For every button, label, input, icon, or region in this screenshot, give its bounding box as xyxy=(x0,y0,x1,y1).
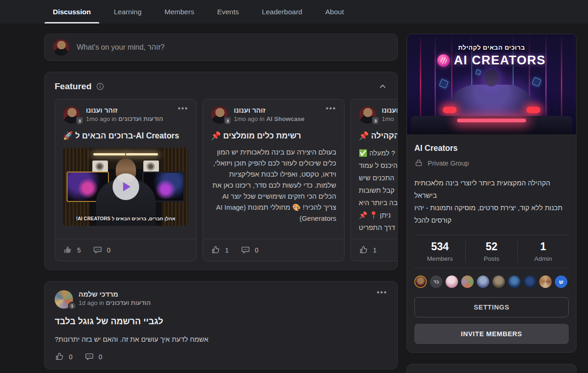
author-name[interactable]: זוהר וענונו xyxy=(234,106,305,114)
member-avatar[interactable] xyxy=(477,275,489,288)
stat-posts[interactable]: 52 Posts xyxy=(465,241,517,262)
level-badge: 3 xyxy=(76,116,84,125)
lock-icon xyxy=(414,159,423,167)
privacy-label: Private Group xyxy=(428,160,469,167)
member-avatar[interactable] xyxy=(414,275,427,288)
channel-name: הודעות ועדכונים xyxy=(119,115,164,122)
post-body: ✅ למעלה ? היכנס ל עמוד התכנים שיש קבל תש… xyxy=(359,147,398,234)
video-thumbnail[interactable]: אהלן חברים, ברוכים הבאים ל AI CREATORS! xyxy=(63,148,188,226)
member-avatars-row: בד ש xyxy=(407,268,576,290)
level-badge: 3 xyxy=(224,116,232,125)
author-name[interactable]: זוהר וענונו xyxy=(382,106,398,114)
more-options-icon[interactable]: ••• xyxy=(377,290,387,295)
post-meta: 1mo ago in AI Showcase xyxy=(234,115,305,122)
featured-card-welcome[interactable]: 3 זוהר וענונו 1mo ago in הודעות ועדכונים… xyxy=(55,99,197,261)
post-composer[interactable]: What's on your mind, זוהר? xyxy=(44,34,398,61)
comment-button[interactable]: 0 xyxy=(85,352,102,362)
member-avatar[interactable] xyxy=(508,275,520,288)
comment-icon xyxy=(93,245,102,255)
current-user-avatar[interactable] xyxy=(53,39,69,56)
post-title[interactable]: 📌 חוקי הקהילה xyxy=(359,131,398,141)
author-name[interactable]: זוהר וענונו xyxy=(86,106,163,114)
cover-brand-text: AI CREATORS xyxy=(454,53,546,68)
member-avatar-initials[interactable]: בד xyxy=(430,275,442,288)
post-title[interactable]: לגביי הרשמה של גוגל בלבד xyxy=(55,316,387,327)
level-badge: 3 xyxy=(372,116,379,125)
author-avatar[interactable]: 3 xyxy=(211,106,228,124)
post-title[interactable]: 🚀 ברוכים הבאים ל-AI Creators xyxy=(63,131,188,141)
stat-members[interactable]: 534 Members xyxy=(414,241,465,262)
settings-button[interactable]: SETTINGS xyxy=(414,297,569,317)
top-nav: Discussion Learning Members Events Leade… xyxy=(0,0,588,23)
info-icon[interactable] xyxy=(96,82,104,91)
tab-about[interactable]: About xyxy=(317,0,352,23)
more-options-icon[interactable]: ••• xyxy=(178,106,188,111)
author-avatar[interactable]: 1 xyxy=(55,290,73,309)
thumb-speaker xyxy=(143,161,159,172)
comment-icon xyxy=(85,352,94,362)
stat-admin[interactable]: 1 Admin xyxy=(517,241,569,262)
group-info-card: ברוכים הבאים לקהילת AI CREATORS AI Creat… xyxy=(407,34,577,353)
post-body: אשמח לדעת איך עושים את זה. והאם יש בזה י… xyxy=(55,335,387,343)
feed-post[interactable]: 1 מרדכי שלמה 1d ago in הודעות ועדכונים •… xyxy=(44,281,398,369)
post-body: בעולם היצירה עם בינה מלאכותית יש המון כל… xyxy=(211,147,336,224)
tab-events[interactable]: Events xyxy=(209,0,247,23)
member-avatar[interactable] xyxy=(492,275,505,288)
featured-heading: Featured xyxy=(55,81,91,92)
tab-discussion[interactable]: Discussion xyxy=(45,0,99,23)
member-avatar[interactable] xyxy=(539,275,552,288)
group-name: AI Creators xyxy=(414,143,569,153)
cover-welcome-text: ברוכים הבאים לקהילת xyxy=(407,44,576,51)
post-meta: 1mo xyxy=(382,115,398,122)
post-meta: 1mo ago in הודעות ועדכונים xyxy=(86,115,163,122)
tab-members[interactable]: Members xyxy=(156,0,203,23)
thumbs-up-icon xyxy=(211,245,220,255)
more-options-icon[interactable]: ••• xyxy=(326,106,336,111)
tab-leaderboard[interactable]: Leaderboard xyxy=(254,0,311,23)
composer-placeholder: What's on your mind, זוהר? xyxy=(77,43,164,52)
leaderboard-card: Leaderboard (30-days) xyxy=(407,364,577,373)
video-caption: אהלן חברים, ברוכים הבאים ל AI CREATORS! xyxy=(63,216,188,221)
thumbs-up-icon xyxy=(55,352,64,362)
comment-icon xyxy=(241,245,250,255)
post-meta: 1d ago in הודעות ועדכונים xyxy=(79,299,151,306)
author-avatar[interactable]: 3 xyxy=(359,106,376,124)
group-cover-image: ברוכים הבאים לקהילת AI CREATORS xyxy=(407,34,576,134)
level-badge: 1 xyxy=(68,302,76,310)
thumbs-up-filled-icon xyxy=(63,245,73,255)
like-button[interactable]: 1 xyxy=(359,245,377,255)
author-name[interactable]: מרדכי שלמה xyxy=(79,290,151,298)
featured-card-rules[interactable]: 3 זוהר וענונו 1mo ••• 📌 חוקי הקהילה ✅ למ… xyxy=(351,99,398,261)
invite-members-button[interactable]: INVITE MEMBERS xyxy=(414,324,569,344)
channel-name: הודעות ועדכונים xyxy=(106,299,151,306)
group-sidebar: ברוכים הבאים לקהילת AI CREATORS AI Creat… xyxy=(407,34,577,373)
brain-logo-icon xyxy=(437,54,450,67)
featured-cards-row: 3 זוהר וענונו 1mo ago in הודעות ועדכונים… xyxy=(55,99,397,261)
member-avatar[interactable] xyxy=(446,275,458,288)
featured-card-tools[interactable]: 3 זוהר וענונו 1mo ago in AI Showcase •••… xyxy=(203,99,345,261)
post-title[interactable]: 📌 רשימת כלים מומלצים xyxy=(211,131,336,141)
thumbs-up-icon xyxy=(359,245,368,255)
member-avatar-initials[interactable]: ש xyxy=(555,275,567,288)
like-button[interactable]: 5 xyxy=(63,245,81,255)
author-avatar[interactable]: 3 xyxy=(63,106,80,124)
chevron-up-icon[interactable] xyxy=(378,82,387,91)
thumb-light xyxy=(93,153,125,155)
group-description: הקהילה המקצועית ביותר ליוצרי בינה מלאכות… xyxy=(414,177,569,226)
group-stats: 534 Members 52 Posts 1 Admin xyxy=(414,235,569,268)
tab-learning[interactable]: Learning xyxy=(106,0,150,23)
channel-name: AI Showcase xyxy=(266,115,305,122)
comment-button[interactable]: 0 xyxy=(93,245,111,255)
thumb-speaker xyxy=(92,161,108,172)
like-button[interactable]: 1 xyxy=(211,245,229,255)
like-button[interactable]: 0 xyxy=(55,352,73,362)
thumb-light xyxy=(126,153,158,155)
main-feed: What's on your mind, זוהר? Featured 3 xyxy=(44,34,398,373)
featured-section: Featured 3 זוהר וענונו 1mo xyxy=(44,72,398,270)
comment-button[interactable]: 0 xyxy=(241,245,259,255)
member-avatar[interactable] xyxy=(461,275,474,288)
play-button[interactable] xyxy=(113,173,139,200)
member-avatar[interactable] xyxy=(524,275,536,288)
